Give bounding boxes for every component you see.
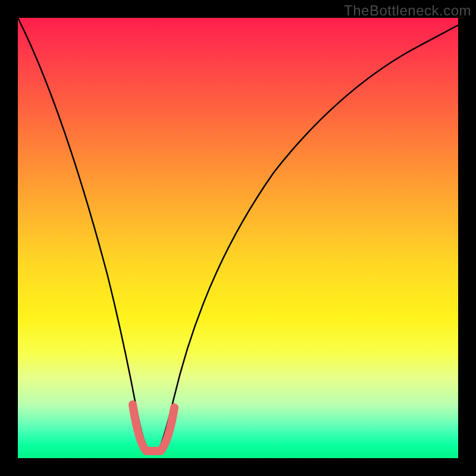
plot-area [18,18,458,458]
bottleneck-curve [18,18,458,451]
valley-highlight [133,405,174,451]
chart-frame: TheBottleneck.com [0,0,476,476]
curve-layer [18,18,458,458]
watermark-text: TheBottleneck.com [344,2,471,19]
